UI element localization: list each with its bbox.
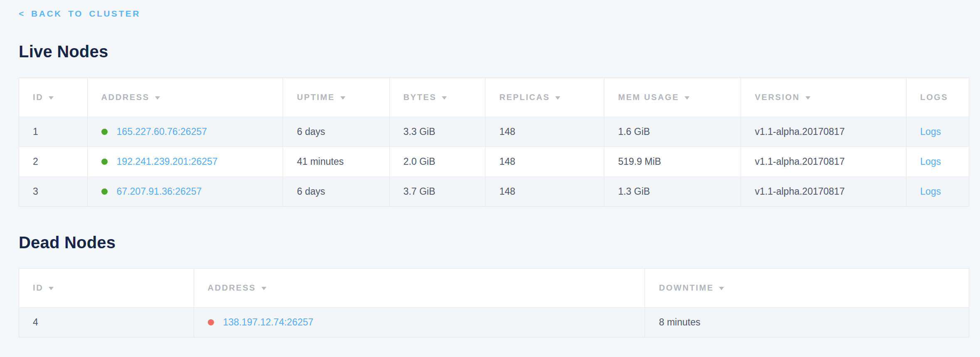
live-column-header-uptime[interactable]: UPTIME (283, 78, 389, 117)
node-bytes-cell: 2.0 GiB (389, 147, 485, 177)
dead-column-header-id[interactable]: ID (19, 269, 194, 308)
live-status-icon (101, 159, 108, 165)
node-version-cell: v1.1-alpha.20170817 (741, 147, 906, 177)
dead-nodes-table: ID ADDRESS DOWNTIME 4 138.197.12.74:2625… (19, 268, 969, 337)
node-logs-cell: Logs (906, 177, 969, 207)
table-row: 4 138.197.12.74:26257 8 minutes (19, 308, 969, 337)
sort-arrow-icon (805, 96, 810, 100)
column-label: ID (33, 93, 43, 102)
column-label: ADDRESS (101, 93, 150, 102)
column-label: DOWNTIME (659, 283, 714, 292)
sort-arrow-icon (155, 96, 160, 100)
node-address-cell: 192.241.239.201:26257 (87, 147, 283, 177)
sort-arrow-icon (49, 96, 54, 100)
live-nodes-table: ID ADDRESS UPTIME BYTES REPLICAS MEM USA… (19, 78, 969, 207)
logs-link[interactable]: Logs (920, 186, 941, 197)
live-status-icon (101, 188, 108, 195)
column-label: LOGS (920, 93, 948, 102)
sort-arrow-icon (442, 96, 447, 100)
node-address-link[interactable]: 138.197.12.74:26257 (223, 317, 313, 328)
node-logs-cell: Logs (906, 147, 969, 177)
node-id-cell: 3 (19, 177, 88, 207)
logs-link[interactable]: Logs (920, 156, 941, 167)
table-row: 1 165.227.60.76:26257 6 days 3.3 GiB 148… (19, 117, 969, 147)
column-label: UPTIME (297, 93, 335, 102)
column-label: ADDRESS (208, 283, 256, 292)
node-bytes-cell: 3.7 GiB (389, 177, 485, 207)
live-status-icon (101, 129, 108, 135)
sort-arrow-icon (261, 287, 266, 290)
live-table-header-row: ID ADDRESS UPTIME BYTES REPLICAS MEM USA… (19, 78, 969, 117)
node-version-cell: v1.1-alpha.20170817 (741, 177, 906, 207)
sort-arrow-icon (555, 96, 560, 100)
live-column-header-id[interactable]: ID (19, 78, 88, 117)
live-nodes-title: Live Nodes (19, 42, 969, 61)
node-replicas-cell: 148 (485, 177, 604, 207)
dead-column-header-address[interactable]: ADDRESS (194, 269, 645, 308)
node-replicas-cell: 148 (485, 147, 604, 177)
node-address-link[interactable]: 67.207.91.36:26257 (117, 186, 202, 197)
node-version-cell: v1.1-alpha.20170817 (741, 117, 906, 147)
node-downtime-cell: 8 minutes (645, 308, 969, 337)
column-label: MEM USAGE (618, 93, 679, 102)
sort-arrow-icon (719, 287, 724, 290)
dead-status-icon (208, 319, 214, 325)
dead-table-header-row: ID ADDRESS DOWNTIME (19, 269, 969, 308)
dead-column-header-downtime[interactable]: DOWNTIME (645, 269, 969, 308)
node-address-link[interactable]: 192.241.239.201:26257 (117, 156, 218, 167)
node-mem-usage-cell: 1.6 GiB (604, 117, 741, 147)
column-label: ID (33, 283, 43, 292)
live-column-header-address[interactable]: ADDRESS (87, 78, 283, 117)
node-uptime-cell: 6 days (283, 117, 389, 147)
node-address-link[interactable]: 165.227.60.76:26257 (117, 126, 207, 137)
dead-nodes-title: Dead Nodes (19, 232, 969, 252)
logs-link[interactable]: Logs (920, 126, 941, 137)
node-address-cell: 165.227.60.76:26257 (87, 117, 283, 147)
column-label: BYTES (404, 93, 437, 102)
node-address-cell: 138.197.12.74:26257 (194, 308, 645, 337)
node-address-cell: 67.207.91.36:26257 (87, 177, 283, 207)
column-label: REPLICAS (499, 93, 550, 102)
column-label: VERSION (755, 93, 800, 102)
table-row: 3 67.207.91.36:26257 6 days 3.7 GiB 148 … (19, 177, 969, 207)
node-list-page: < BACK TO CLUSTER Live Nodes ID ADDRESS … (0, 0, 980, 357)
sort-arrow-icon (685, 96, 689, 100)
sort-arrow-icon (340, 96, 345, 100)
live-column-header-logs: LOGS (906, 78, 969, 117)
node-id-cell: 2 (19, 147, 88, 177)
live-column-header-replicas[interactable]: REPLICAS (485, 78, 604, 117)
node-uptime-cell: 41 minutes (283, 147, 389, 177)
node-replicas-cell: 148 (485, 117, 604, 147)
node-mem-usage-cell: 519.9 MiB (604, 147, 741, 177)
node-logs-cell: Logs (906, 117, 969, 147)
back-to-cluster-link[interactable]: < BACK TO CLUSTER (19, 8, 140, 19)
live-column-header-mem-usage[interactable]: MEM USAGE (604, 78, 741, 117)
sort-arrow-icon (49, 287, 54, 290)
node-bytes-cell: 3.3 GiB (389, 117, 485, 147)
node-mem-usage-cell: 1.3 GiB (604, 177, 741, 207)
node-uptime-cell: 6 days (283, 177, 389, 207)
node-id-cell: 4 (19, 308, 194, 337)
live-column-header-bytes[interactable]: BYTES (389, 78, 485, 117)
table-row: 2 192.241.239.201:26257 41 minutes 2.0 G… (19, 147, 969, 177)
live-column-header-version[interactable]: VERSION (741, 78, 906, 117)
node-id-cell: 1 (19, 117, 88, 147)
